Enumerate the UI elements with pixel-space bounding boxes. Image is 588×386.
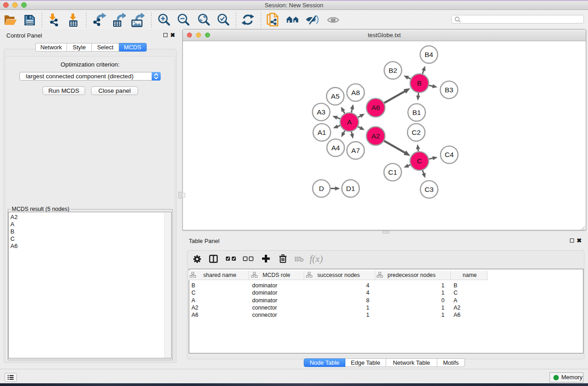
svg-text:B: B xyxy=(417,79,421,87)
svg-text:A1: A1 xyxy=(318,129,326,136)
svg-text:D: D xyxy=(319,185,324,192)
svg-text:B2: B2 xyxy=(389,67,397,74)
svg-text:A4: A4 xyxy=(331,144,340,152)
svg-text:C2: C2 xyxy=(412,129,421,136)
svg-text:A3: A3 xyxy=(317,108,325,116)
svg-text:B4: B4 xyxy=(425,51,433,58)
svg-text:C4: C4 xyxy=(445,151,454,158)
svg-text:B3: B3 xyxy=(445,86,454,94)
svg-text:A: A xyxy=(347,118,352,126)
svg-text:A5: A5 xyxy=(331,92,339,100)
svg-text:C3: C3 xyxy=(425,186,434,193)
svg-text:D1: D1 xyxy=(346,185,355,192)
svg-text:A8: A8 xyxy=(351,89,360,96)
svg-text:B1: B1 xyxy=(412,109,421,116)
svg-text:A2: A2 xyxy=(371,132,380,140)
svg-text:C1: C1 xyxy=(388,168,397,176)
svg-text:C: C xyxy=(417,157,422,165)
svg-text:A7: A7 xyxy=(351,147,360,154)
svg-text:A6: A6 xyxy=(371,104,380,111)
